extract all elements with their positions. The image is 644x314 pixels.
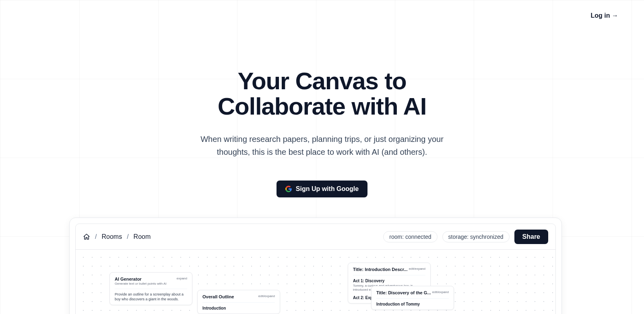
breadcrumb-separator: / bbox=[127, 233, 128, 240]
expand-action[interactable]: expand bbox=[177, 277, 187, 280]
edit-expand-action[interactable]: edit/expand bbox=[258, 294, 275, 298]
storage-status-pill: storage: synchronized bbox=[442, 231, 510, 242]
home-icon[interactable] bbox=[83, 233, 90, 240]
card-act1-title: Act 1: Discovery bbox=[353, 275, 425, 283]
signup-google-button[interactable]: Sign Up with Google bbox=[277, 181, 367, 197]
edit-expand-action[interactable]: edit/expand bbox=[432, 290, 449, 294]
room-status-pill: room: connected bbox=[383, 231, 437, 242]
app-preview-frame: / Rooms / Room room: connected storage: … bbox=[69, 218, 562, 314]
share-button[interactable]: Share bbox=[514, 230, 548, 244]
card-title: Title: Introduction Descr... bbox=[353, 267, 407, 272]
card-subtitle: Generate text or bullet points with AI bbox=[115, 282, 167, 285]
signup-label: Sign Up with Google bbox=[296, 185, 359, 193]
edit-expand-action[interactable]: edit/expand bbox=[409, 267, 425, 271]
outline-card[interactable]: Overall Outline edit/expand Introduction bbox=[197, 290, 280, 314]
canvas-dot-grid[interactable]: AI Generator Generate text or bullet poi… bbox=[76, 250, 555, 314]
breadcrumb-separator: / bbox=[95, 233, 97, 240]
card-title: AI Generator bbox=[115, 277, 167, 281]
app-header-right: room: connected storage: synchronized Sh… bbox=[383, 230, 548, 244]
app-preview-inner: / Rooms / Room room: connected storage: … bbox=[75, 224, 556, 314]
breadcrumb-room[interactable]: Room bbox=[134, 233, 151, 240]
hero-subtext: When writing research papers, planning t… bbox=[189, 133, 455, 158]
discovery-card[interactable]: Title: Discovery of the G... edit/expand… bbox=[371, 286, 454, 310]
card-section-title: Introduction of Tommy bbox=[376, 298, 449, 306]
hero-headline: Your Canvas to Collaborate with AI bbox=[181, 68, 463, 119]
ai-generator-card[interactable]: AI Generator Generate text or bullet poi… bbox=[109, 272, 192, 305]
card-section-title: Introduction bbox=[202, 302, 275, 310]
hero-section: Your Canvas to Collaborate with AI When … bbox=[0, 0, 644, 197]
app-header: / Rooms / Room room: connected storage: … bbox=[76, 224, 555, 250]
card-title: Title: Discovery of the G... bbox=[376, 290, 431, 295]
breadcrumb-rooms[interactable]: Rooms bbox=[101, 233, 122, 240]
google-icon bbox=[285, 186, 292, 192]
breadcrumb: / Rooms / Room bbox=[83, 233, 151, 240]
card-body: Provide an outline for a screenplay abou… bbox=[115, 289, 187, 302]
card-title: Overall Outline bbox=[202, 294, 234, 299]
